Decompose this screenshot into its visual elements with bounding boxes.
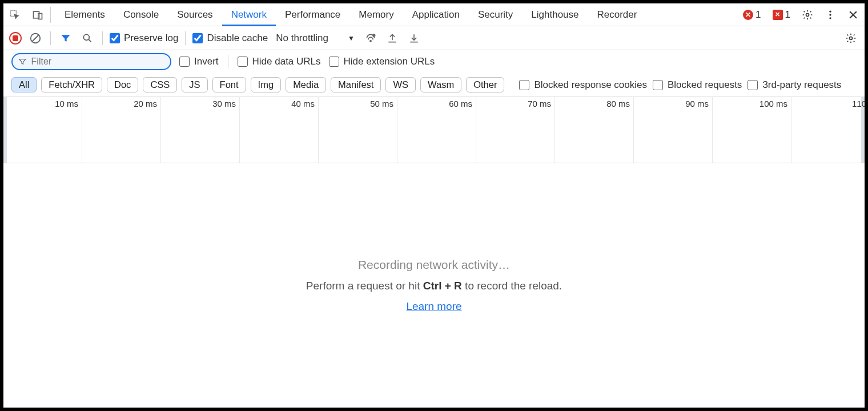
chip-manifest[interactable]: Manifest [331, 77, 381, 92]
empty-state: Recording network activity… Perform a re… [3, 163, 865, 408]
chip-css[interactable]: CSS [143, 77, 177, 92]
tab-application[interactable]: Application [403, 3, 469, 26]
learn-more-link[interactable]: Learn more [406, 300, 461, 313]
filter-input-wrap[interactable] [11, 53, 171, 70]
main-tabs: ElementsConsoleSourcesNetworkPerformance… [3, 3, 865, 26]
svg-point-8 [83, 34, 89, 40]
export-har-icon[interactable] [384, 30, 400, 46]
disable-cache-checkbox[interactable]: Disable cache [192, 33, 268, 44]
chip-wasm[interactable]: Wasm [420, 77, 461, 92]
empty-subtext: Perform a request or hit Ctrl + R to rec… [306, 280, 562, 292]
search-icon[interactable] [79, 30, 95, 46]
throttling-value: No throttling [276, 33, 328, 44]
chip-other[interactable]: Other [466, 77, 504, 92]
inspect-element-icon[interactable] [7, 7, 23, 23]
chip-img[interactable]: Img [251, 77, 282, 92]
timeline-overview[interactable]: 10 ms20 ms30 ms40 ms50 ms60 ms70 ms80 ms… [3, 97, 865, 163]
tab-network[interactable]: Network [222, 3, 276, 26]
timeline-tick: 40 ms [240, 97, 319, 163]
tab-console[interactable]: Console [114, 3, 168, 26]
timeline-tick-label: 40 ms [291, 99, 315, 108]
blocked-requests-checkbox[interactable]: Blocked requests [653, 79, 742, 91]
hide-extension-urls-label: Hide extension URLs [344, 56, 435, 67]
blocked-cookies-label: Blocked response cookies [534, 79, 647, 91]
timeline-right-handle[interactable] [861, 97, 865, 163]
chip-doc[interactable]: Doc [107, 77, 138, 92]
tab-performance[interactable]: Performance [276, 3, 349, 26]
issue-count[interactable]: ✕ 1 [770, 9, 793, 21]
import-har-icon[interactable] [406, 30, 422, 46]
hide-data-urls-checkbox[interactable]: Hide data URLs [238, 56, 321, 67]
issue-count-value: 1 [785, 9, 790, 21]
network-conditions-icon[interactable] [363, 30, 379, 46]
svg-point-5 [829, 14, 831, 15]
invert-label: Invert [194, 56, 219, 67]
error-count[interactable]: ✕ 1 [741, 9, 763, 21]
filter-icon[interactable] [58, 30, 74, 46]
tab-list: ElementsConsoleSourcesNetworkPerformance… [55, 3, 646, 26]
preserve-log-label: Preserve log [124, 33, 178, 44]
tab-lighthouse[interactable]: Lighthouse [522, 3, 588, 26]
chip-js[interactable]: JS [182, 77, 207, 92]
record-button[interactable] [9, 32, 22, 45]
hide-extension-urls-checkbox[interactable]: Hide extension URLs [329, 56, 435, 67]
clear-button[interactable] [27, 30, 43, 46]
tab-sources[interactable]: Sources [168, 3, 222, 26]
preserve-log-input[interactable] [110, 33, 120, 43]
issue-icon: ✕ [773, 10, 783, 20]
network-toolbar: Preserve log Disable cache No throttling… [3, 26, 865, 50]
timeline-tick: 30 ms [161, 97, 240, 163]
timeline-tick: 100 ms [713, 97, 791, 163]
disable-cache-input[interactable] [192, 33, 203, 43]
timeline-tick-label: 60 ms [449, 99, 472, 108]
inspect-controls [7, 7, 51, 23]
timeline-tick: 20 ms [82, 97, 161, 163]
timeline-tick-label: 50 ms [370, 99, 393, 108]
third-party-checkbox[interactable]: 3rd-party requests [748, 79, 841, 91]
error-count-value: 1 [756, 9, 761, 21]
invert-checkbox[interactable]: Invert [179, 56, 219, 67]
chip-fetchxhr[interactable]: Fetch/XHR [41, 77, 102, 92]
timeline-tick-label: 20 ms [134, 99, 157, 108]
preserve-log-checkbox[interactable]: Preserve log [110, 33, 178, 44]
checkbox-icon [653, 80, 663, 90]
filter-funnel-icon [18, 57, 27, 66]
hide-data-urls-label: Hide data URLs [252, 56, 321, 67]
timeline-tick-label: 100 ms [760, 99, 787, 108]
checkbox-icon [329, 57, 339, 67]
filter-input[interactable] [31, 57, 164, 67]
timeline-tick: 50 ms [319, 97, 397, 163]
blocked-requests-label: Blocked requests [668, 79, 742, 91]
timeline-tick: 90 ms [634, 97, 713, 163]
devtools-window: ElementsConsoleSourcesNetworkPerformance… [3, 3, 865, 408]
blocked-cookies-checkbox[interactable]: Blocked response cookies [519, 79, 647, 91]
checkbox-icon [238, 57, 248, 67]
timeline-tick-label: 70 ms [528, 99, 551, 108]
tab-memory[interactable]: Memory [349, 3, 403, 26]
disable-cache-label: Disable cache [207, 33, 268, 44]
device-toggle-icon[interactable] [30, 7, 46, 23]
chevron-down-icon: ▼ [348, 34, 355, 42]
empty-heading: Recording network activity… [358, 258, 510, 272]
panel-settings-icon[interactable] [843, 30, 859, 46]
settings-icon[interactable] [799, 7, 815, 23]
timeline-tick-label: 80 ms [606, 99, 630, 108]
tab-recorder[interactable]: Recorder [588, 3, 646, 26]
empty-sub-pre: Perform a request or hit [306, 280, 423, 292]
checkbox-icon [179, 57, 190, 67]
throttling-select[interactable]: No throttling ▼ [274, 31, 357, 45]
tab-elements[interactable]: Elements [55, 3, 114, 26]
svg-point-4 [829, 10, 831, 12]
tab-security[interactable]: Security [469, 3, 522, 26]
chips-list: AllFetch/XHRDocCSSJSFontImgMediaManifest… [11, 77, 504, 92]
status-icons: ✕ 1 ✕ 1 [741, 7, 861, 23]
chip-font[interactable]: Font [212, 77, 246, 92]
svg-point-9 [370, 40, 371, 41]
chip-media[interactable]: Media [286, 77, 326, 92]
timeline-grid: 10 ms20 ms30 ms40 ms50 ms60 ms70 ms80 ms… [3, 97, 865, 163]
chip-all[interactable]: All [11, 77, 37, 92]
more-icon[interactable] [822, 7, 838, 23]
close-icon[interactable] [845, 7, 861, 23]
timeline-tick-label: 30 ms [212, 99, 236, 108]
chip-ws[interactable]: WS [385, 77, 416, 92]
